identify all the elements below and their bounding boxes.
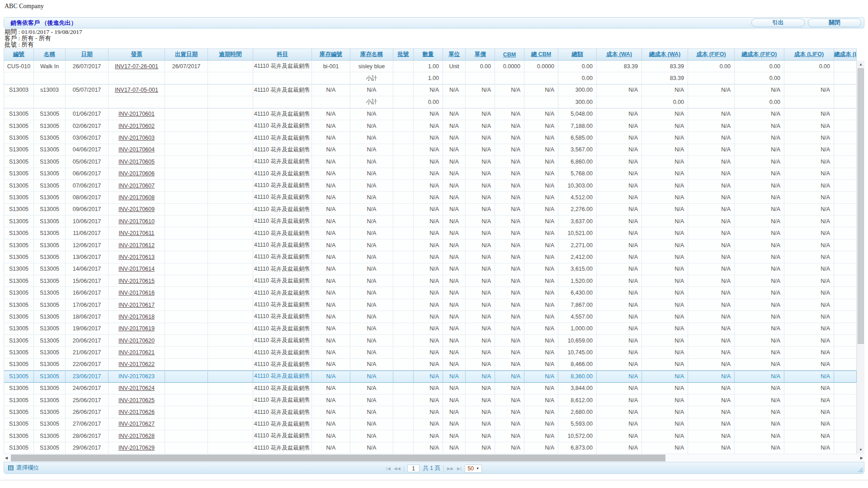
cell-cost-wa: N/A bbox=[597, 227, 642, 239]
invoice-link[interactable]: INV-20170625 bbox=[118, 397, 155, 404]
cell-qty: N/A bbox=[414, 144, 443, 156]
invoice-link[interactable]: INV-20170607 bbox=[118, 183, 155, 189]
table-row: S13005S1300518/06/2017INV-2017061841110 … bbox=[4, 311, 857, 323]
last-page-button[interactable]: ▶| bbox=[457, 466, 462, 471]
cell-overdue-time bbox=[208, 394, 253, 406]
cell-stock-code: N/A bbox=[312, 144, 350, 156]
cell-total-cbm: N/A bbox=[524, 251, 558, 263]
export-button[interactable]: 引出 bbox=[751, 19, 805, 27]
vertical-scrollbar-thumb[interactable] bbox=[858, 68, 864, 344]
invoice-link[interactable]: INV-20170624 bbox=[118, 385, 155, 391]
cell-qty: N/A bbox=[414, 120, 443, 132]
invoice-link[interactable]: INV-20170611 bbox=[119, 230, 155, 236]
invoice-link[interactable]: INV-20170628 bbox=[118, 433, 155, 439]
invoice-link[interactable]: INV-20170618 bbox=[118, 314, 155, 320]
column-header-date[interactable]: 日期 bbox=[66, 48, 108, 61]
cell-cost-wa: N/A bbox=[597, 144, 642, 156]
cell-total-cost-lifo bbox=[834, 108, 857, 120]
prev-page-button[interactable]: ◀◀ bbox=[394, 466, 401, 471]
cell-stock-name: 小計 bbox=[350, 96, 393, 108]
horizontal-scrollbar[interactable]: ◀ ▶ bbox=[4, 454, 864, 462]
column-header-total-cost-lifo[interactable]: 總成本 (LIFO) bbox=[834, 48, 857, 61]
cell-batch bbox=[393, 168, 414, 180]
invoice-link[interactable]: INV-20170610 bbox=[118, 218, 155, 225]
cell-invoice bbox=[108, 96, 165, 108]
column-header-cost-lifo[interactable]: 成本 (LIFO) bbox=[784, 48, 834, 61]
invoice-link[interactable]: INV-20170629 bbox=[118, 445, 155, 451]
column-header-unit[interactable]: 單位 bbox=[443, 48, 466, 61]
scroll-down-icon[interactable]: ▼ bbox=[857, 447, 864, 453]
cell-stock-code: N/A bbox=[312, 192, 350, 203]
cell-stock-name: N/A bbox=[350, 216, 393, 227]
cell-batch bbox=[393, 418, 414, 430]
invoice-link[interactable]: INV-20170626 bbox=[118, 409, 155, 415]
page-number-input[interactable] bbox=[407, 465, 420, 472]
invoice-link[interactable]: INV-20170609 bbox=[118, 206, 155, 212]
table-row: S13005S1300524/06/2017INV-2017062441110 … bbox=[4, 383, 857, 394]
cell-cost-wa: N/A bbox=[597, 371, 642, 382]
invoice-link[interactable]: INV17-07-05-001 bbox=[115, 87, 158, 93]
horizontal-scrollbar-thumb[interactable] bbox=[11, 455, 665, 461]
resize-grip-icon[interactable] bbox=[858, 467, 863, 472]
invoice-link[interactable]: INV-20170622 bbox=[118, 361, 155, 367]
column-header-name[interactable]: 名稱 bbox=[34, 48, 66, 61]
invoice-link[interactable]: INV-20170627 bbox=[118, 421, 155, 427]
page-size-select[interactable]: 50 ▼ bbox=[465, 465, 482, 473]
invoice-link[interactable]: INV17-07-26-001 bbox=[115, 63, 158, 70]
cell-code: S13005 bbox=[4, 168, 34, 180]
invoice-link[interactable]: INV-20170605 bbox=[118, 159, 155, 165]
column-header-stock-code[interactable]: 庫存編號 bbox=[312, 48, 350, 61]
column-header-qty[interactable]: 數量 bbox=[414, 48, 443, 61]
cell-date bbox=[66, 72, 108, 84]
next-page-button[interactable]: ▶▶ bbox=[447, 466, 454, 471]
column-header-code[interactable]: 編號 bbox=[4, 48, 34, 61]
column-header-stock-name[interactable]: 庫存名稱 bbox=[350, 48, 393, 61]
invoice-link[interactable]: INV-20170619 bbox=[118, 325, 155, 332]
column-header-cost-wa[interactable]: 成本 (WA) bbox=[597, 48, 642, 61]
invoice-link[interactable]: INV-20170623 bbox=[118, 373, 155, 380]
select-columns-button[interactable]: 選擇欄位 bbox=[8, 464, 39, 472]
column-header-total-cost-wa[interactable]: 總成本 (WA) bbox=[642, 48, 688, 61]
cell-unit-price: N/A bbox=[466, 311, 495, 323]
cell-total-cost-fifo: N/A bbox=[735, 394, 784, 406]
scroll-right-icon[interactable]: ▶ bbox=[860, 454, 863, 462]
scroll-left-icon[interactable]: ◀ bbox=[5, 454, 8, 462]
column-header-overdue-time[interactable]: 逾期時間 bbox=[208, 48, 253, 61]
column-header-cbm[interactable]: CBM bbox=[495, 48, 524, 61]
invoice-link[interactable]: INV-20170604 bbox=[118, 146, 155, 153]
invoice-link[interactable]: INV-20170616 bbox=[118, 290, 155, 296]
invoice-link[interactable]: INV-20170615 bbox=[118, 278, 155, 284]
cell-total-cost-wa: N/A bbox=[642, 144, 688, 156]
column-header-total-cost-fifo[interactable]: 總成本 (FIFO) bbox=[735, 48, 784, 61]
cell-cbm: N/A bbox=[495, 430, 524, 442]
invoice-link[interactable]: INV-20170603 bbox=[118, 135, 155, 141]
first-page-button[interactable]: |◀ bbox=[386, 466, 391, 471]
cell-date: 01/06/2017 bbox=[66, 108, 108, 120]
column-header-total-cbm[interactable]: 總 CBM bbox=[524, 48, 558, 61]
invoice-link[interactable]: INV-20170602 bbox=[118, 123, 155, 129]
column-header-invoice[interactable]: 發票 bbox=[108, 48, 165, 61]
cell-unit: N/A bbox=[443, 287, 466, 299]
column-header-batch[interactable]: 批號 bbox=[393, 48, 414, 61]
invoice-link[interactable]: INV-20170601 bbox=[118, 111, 155, 117]
column-header-unit-price[interactable]: 單價 bbox=[466, 48, 495, 61]
invoice-link[interactable]: INV-20170614 bbox=[118, 266, 155, 272]
cell-invoice: INV-20170621 bbox=[108, 347, 165, 358]
invoice-link[interactable]: INV-20170606 bbox=[118, 170, 155, 177]
invoice-link[interactable]: INV-20170612 bbox=[118, 242, 155, 249]
column-header-ship-date[interactable]: 出貨日期 bbox=[165, 48, 208, 61]
vertical-scrollbar[interactable]: ▲ ▼ bbox=[857, 61, 864, 454]
column-header-amount[interactable]: 總額 bbox=[558, 48, 597, 61]
scroll-up-icon[interactable]: ▲ bbox=[857, 61, 864, 68]
column-header-account[interactable]: 科目 bbox=[253, 48, 312, 61]
invoice-link[interactable]: INV-20170621 bbox=[118, 349, 155, 356]
column-header-cost-fifo[interactable]: 成本 (FIFO) bbox=[688, 48, 735, 61]
close-button[interactable]: 關閉 bbox=[808, 19, 861, 27]
cell-ship-date bbox=[165, 263, 208, 275]
cell-ship-date bbox=[165, 72, 208, 84]
cell-account: 41110 花卉及盆栽銷售 bbox=[253, 216, 312, 227]
invoice-link[interactable]: INV-20170620 bbox=[118, 338, 155, 344]
invoice-link[interactable]: INV-20170617 bbox=[118, 302, 155, 308]
invoice-link[interactable]: INV-20170613 bbox=[118, 254, 155, 260]
invoice-link[interactable]: INV-20170608 bbox=[118, 194, 155, 201]
